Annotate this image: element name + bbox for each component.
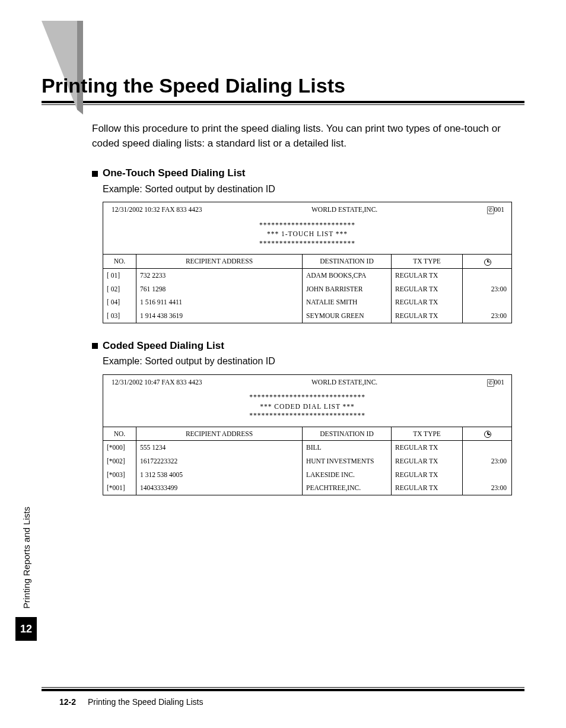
col-time xyxy=(462,427,513,441)
table-row: [ 03] 1 914 438 3619 SEYMOUR GREEN REGUL… xyxy=(103,309,511,323)
table-row: [*002] 16172223322 HUNT INVESTMENTS REGU… xyxy=(103,454,511,468)
section-subheading: Example: Sorted output by destination ID xyxy=(103,182,524,196)
cell-no: [*000] xyxy=(103,441,136,454)
col-dest: DESTINATION ID xyxy=(302,255,391,268)
col-addr: RECIPIENT ADDRESS xyxy=(136,427,302,441)
cell-tx: REGULAR TX xyxy=(391,454,462,468)
cell-tx: REGULAR TX xyxy=(391,269,462,282)
report-header-center: WORLD ESTATE,INC. xyxy=(311,377,377,387)
banner-stars: ***************************** xyxy=(103,411,511,421)
report-header-right: ✆001 xyxy=(487,377,504,387)
cell-dest: BILL xyxy=(302,441,391,454)
cell-tx: REGULAR TX xyxy=(391,309,462,323)
col-no: NO. xyxy=(103,427,136,441)
intro-paragraph: Follow this procedure to print the speed… xyxy=(92,122,524,151)
banner-stars: ************************ xyxy=(103,239,511,249)
section-heading: One-Touch Speed Dialing List xyxy=(103,166,246,181)
cell-time: 23:00 xyxy=(462,481,513,495)
cell-dest: LAKESIDE INC. xyxy=(302,468,391,482)
report-header-left: 12/31/2002 10:47 FAX 833 4423 xyxy=(112,377,202,387)
banner-stars: ************************ xyxy=(103,221,511,230)
cell-addr: 1 312 538 4005 xyxy=(136,468,302,482)
cell-no: [ 04] xyxy=(103,295,136,309)
cell-dest: PEACHTREE,INC. xyxy=(302,481,391,495)
cell-no: [ 01] xyxy=(103,269,136,282)
cell-no: [ 03] xyxy=(103,309,136,323)
report-header-right: ✆001 xyxy=(487,205,504,215)
page-footer: 12-2 Printing the Speed Dialing Lists xyxy=(42,687,524,707)
page-icon: ✆ xyxy=(487,206,494,214)
cell-no: [*002] xyxy=(103,454,136,468)
report-one-touch: 12/31/2002 10:32 FAX 833 4423 WORLD ESTA… xyxy=(103,202,512,323)
cell-dest: NATALIE SMITH xyxy=(302,295,391,309)
table-row: [*000] 555 1234 BILL REGULAR TX xyxy=(103,441,511,454)
cell-no: [ 02] xyxy=(103,282,136,296)
cell-dest: ADAM BOOKS,CPA xyxy=(302,269,391,282)
cell-addr: 1 516 911 4411 xyxy=(136,295,302,309)
col-addr: RECIPIENT ADDRESS xyxy=(136,255,302,268)
cell-no: [*001] xyxy=(103,481,136,495)
cell-time xyxy=(462,468,513,482)
cell-no: [*003] xyxy=(103,468,136,482)
cell-tx: REGULAR TX xyxy=(391,441,462,454)
clock-icon xyxy=(484,259,491,266)
chapter-number-badge: 12 xyxy=(15,617,37,641)
section-subheading: Example: Sorted output by destination ID xyxy=(103,354,524,368)
side-tab-label: Printing Reports and Lists xyxy=(21,507,31,609)
page-title: Printing the Speed Dialing Lists xyxy=(42,74,524,97)
cell-tx: REGULAR TX xyxy=(391,481,462,495)
footer-page-number: 12-2 xyxy=(59,697,76,707)
clock-icon xyxy=(484,431,491,438)
report-coded: 12/31/2002 10:47 FAX 833 4423 WORLD ESTA… xyxy=(103,374,512,496)
cell-tx: REGULAR TX xyxy=(391,282,462,296)
col-time xyxy=(462,255,513,268)
cell-addr: 555 1234 xyxy=(136,441,302,454)
bullet-square-icon xyxy=(92,343,98,349)
side-tab: Printing Reports and Lists 12 xyxy=(15,392,37,641)
col-tx: TX TYPE xyxy=(391,427,462,441)
cell-time: 23:00 xyxy=(462,282,513,296)
cell-time xyxy=(462,269,513,282)
cell-dest: JOHN BARRISTER xyxy=(302,282,391,296)
banner-line: *** CODED DIAL LIST *** xyxy=(103,402,511,412)
cell-tx: REGULAR TX xyxy=(391,295,462,309)
cell-time: 23:00 xyxy=(462,454,513,468)
bullet-square-icon xyxy=(92,171,98,177)
table-row: [*003] 1 312 538 4005 LAKESIDE INC. REGU… xyxy=(103,468,511,482)
col-no: NO. xyxy=(103,255,136,268)
banner-line: *** 1-TOUCH LIST *** xyxy=(103,230,511,239)
cell-addr: 1 914 438 3619 xyxy=(136,309,302,323)
cell-addr: 761 1298 xyxy=(136,282,302,296)
section-heading: Coded Speed Dialing List xyxy=(103,339,224,354)
report-header-left: 12/31/2002 10:32 FAX 833 4423 xyxy=(112,205,202,215)
banner-stars: ***************************** xyxy=(103,393,511,402)
cell-time: 23:00 xyxy=(462,309,513,323)
table-row: [ 02] 761 1298 JOHN BARRISTER REGULAR TX… xyxy=(103,282,511,296)
cell-addr: 16172223322 xyxy=(136,454,302,468)
col-tx: TX TYPE xyxy=(391,255,462,268)
cell-addr: 732 2233 xyxy=(136,269,302,282)
cell-dest: SEYMOUR GREEN xyxy=(302,309,391,323)
table-row: [ 04] 1 516 911 4411 NATALIE SMITH REGUL… xyxy=(103,295,511,309)
title-rule xyxy=(42,101,524,103)
title-rule-thin xyxy=(42,104,524,105)
cell-time xyxy=(462,441,513,454)
cell-time xyxy=(462,295,513,309)
report-header-center: WORLD ESTATE,INC. xyxy=(311,205,377,215)
cell-dest: HUNT INVESTMENTS xyxy=(302,454,391,468)
cell-tx: REGULAR TX xyxy=(391,468,462,482)
footer-title: Printing the Speed Dialing Lists xyxy=(88,697,203,707)
table-row: [*001] 14043333499 PEACHTREE,INC. REGULA… xyxy=(103,481,511,495)
col-dest: DESTINATION ID xyxy=(302,427,391,441)
table-row: [ 01] 732 2233 ADAM BOOKS,CPA REGULAR TX xyxy=(103,269,511,282)
page-icon: ✆ xyxy=(487,379,494,387)
cell-addr: 14043333499 xyxy=(136,481,302,495)
